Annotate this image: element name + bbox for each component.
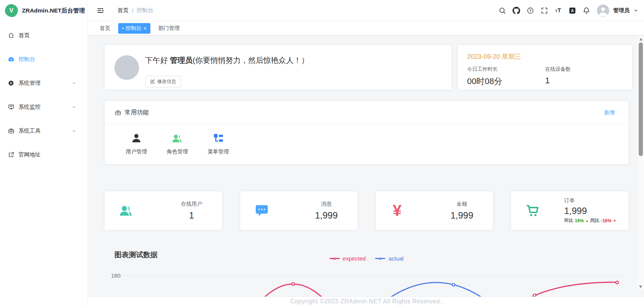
app-title: ZRAdmin.NET后台管理 bbox=[22, 7, 85, 15]
user-menu-toggle[interactable] bbox=[631, 4, 640, 17]
stat-meta: 金额 1,999 bbox=[450, 201, 473, 221]
notification-button[interactable] bbox=[580, 4, 593, 17]
sidebar-item-label: 系统监控 bbox=[19, 103, 41, 111]
github-icon bbox=[513, 7, 520, 14]
chevron-down-icon bbox=[72, 81, 77, 86]
sidebar-item-system-monitor[interactable]: 系统监控 bbox=[0, 95, 88, 119]
stat-value: 1 bbox=[181, 210, 202, 221]
online-devices-block: 在线设备数 1 bbox=[545, 66, 623, 87]
shortcuts-card: 常用功能 新增 用户管理 角色管理 菜单管理 bbox=[104, 101, 629, 164]
chart-legend: expected actual bbox=[330, 255, 404, 262]
fullscreen-button[interactable] bbox=[538, 4, 551, 17]
vertical-scrollbar[interactable] bbox=[638, 36, 644, 290]
shortcut-user-management[interactable]: 用户管理 bbox=[116, 133, 157, 155]
yen-icon: ¥ bbox=[390, 203, 405, 218]
scroll-down-arrow-icon[interactable] bbox=[639, 286, 642, 288]
page-content: 下午好 管理员(你要悄悄努力，然后惊艳众人！） 修改信息 2023-09-20 … bbox=[88, 36, 644, 297]
monitor-icon bbox=[8, 104, 14, 110]
stat-value: 1,999 bbox=[450, 210, 473, 221]
stat-label: 在线用户 bbox=[181, 201, 202, 208]
sidebar-collapse-button[interactable] bbox=[94, 4, 107, 17]
app-root: V ZRAdmin.NET后台管理 首页 控制台 系统管理 系统监控 bbox=[0, 0, 644, 306]
footer: Copyright ©2023 ZRAdmin.NET All Rights R… bbox=[88, 297, 644, 306]
collapse-menu-icon bbox=[97, 7, 104, 14]
yoy-label: 同比 bbox=[590, 217, 599, 224]
sidebar-item-website[interactable]: 官网地址 bbox=[0, 143, 88, 167]
work-duration-block: 今日工作时长 00时08分 bbox=[467, 66, 545, 87]
font-size-button[interactable]: TT bbox=[552, 4, 565, 17]
help-button[interactable]: ? bbox=[524, 4, 537, 17]
tab-close-icon[interactable]: × bbox=[144, 25, 147, 31]
bell-icon bbox=[583, 7, 590, 14]
shortcut-label: 角色管理 bbox=[167, 148, 188, 155]
chart-axis-row: 180 bbox=[104, 272, 629, 279]
home-icon bbox=[8, 32, 14, 39]
language-button[interactable]: A bbox=[566, 4, 579, 17]
greeting-suffix: (你要悄悄努力，然后惊艳众人！） bbox=[193, 56, 309, 64]
shortcut-label: 用户管理 bbox=[126, 148, 147, 155]
shortcuts-body: 用户管理 角色管理 菜单管理 bbox=[105, 125, 628, 155]
y-axis-tick: 180 bbox=[107, 272, 120, 279]
help-icon: ? bbox=[527, 7, 534, 14]
legend-item-expected[interactable]: expected bbox=[330, 255, 366, 262]
breadcrumb-home[interactable]: 首页 bbox=[117, 7, 128, 14]
chart-section: 图表测试数据 expected actual 180 bbox=[104, 250, 629, 279]
stat-card-orders: 订单 1,999 环比 16% ▲ 同比 -16% ▼ bbox=[511, 191, 629, 230]
sidebar-item-dashboard[interactable]: 控制台 bbox=[0, 47, 88, 71]
edit-profile-button[interactable]: 修改信息 bbox=[145, 76, 181, 87]
tab-dashboard[interactable]: ● 控制台 × bbox=[118, 23, 150, 34]
work-duration-label: 今日工作时长 bbox=[467, 66, 545, 73]
users-icon bbox=[172, 133, 183, 144]
today-date: 2023-09-20 星期三 bbox=[467, 52, 623, 61]
shortcuts-title: 常用功能 bbox=[125, 109, 149, 117]
online-devices-value: 1 bbox=[545, 76, 623, 86]
svg-text:?: ? bbox=[529, 8, 531, 12]
legend-label: actual bbox=[388, 255, 403, 262]
stat-value: 1,999 bbox=[315, 210, 338, 221]
navbar-actions: ? TT A 管理员 bbox=[496, 4, 641, 17]
mom-value: 16% bbox=[575, 218, 584, 223]
logo-row[interactable]: V ZRAdmin.NET后台管理 bbox=[0, 0, 88, 21]
scrollbar-thumb[interactable] bbox=[639, 42, 643, 156]
username-label[interactable]: 管理员 bbox=[613, 7, 630, 14]
legend-label: expected bbox=[343, 255, 366, 262]
tab-label: 控制台 bbox=[126, 25, 142, 32]
profile-avatar[interactable] bbox=[114, 55, 139, 80]
breadcrumb-separator: / bbox=[132, 8, 133, 14]
shortcut-menu-management[interactable]: 菜单管理 bbox=[198, 133, 239, 155]
toolbox-icon bbox=[8, 128, 14, 134]
app-logo-icon: V bbox=[5, 4, 18, 17]
legend-marker-expected bbox=[330, 258, 340, 259]
sidebar-item-label: 系统管理 bbox=[19, 80, 41, 87]
sidebar-item-label: 系统工具 bbox=[19, 127, 41, 134]
tab-home[interactable]: 首页 bbox=[97, 23, 113, 34]
work-duration-value: 00时08分 bbox=[467, 76, 545, 87]
search-button[interactable] bbox=[496, 4, 509, 17]
scroll-up-arrow-icon[interactable] bbox=[639, 38, 642, 41]
stat-label: 订单 bbox=[564, 197, 616, 204]
stat-meta: 在线用户 1 bbox=[181, 201, 202, 221]
sidebar-item-home[interactable]: 首页 bbox=[0, 23, 88, 47]
mom-label: 环比 bbox=[564, 217, 573, 224]
svg-text:A: A bbox=[571, 8, 574, 12]
top-navbar: 首页 / 控制台 ? TT bbox=[88, 0, 644, 21]
tab-bar: 首页 ● 控制台 × 部门管理 bbox=[88, 21, 644, 36]
briefcase-icon bbox=[115, 109, 121, 116]
order-trend: 环比 16% ▲ 同比 -16% ▼ bbox=[564, 217, 616, 224]
sidebar-item-system-tools[interactable]: 系统工具 bbox=[0, 119, 88, 143]
user-avatar[interactable] bbox=[597, 5, 609, 17]
shortcut-role-management[interactable]: 角色管理 bbox=[157, 133, 198, 155]
yoy-value: -16% bbox=[601, 218, 611, 223]
breadcrumb-current: 控制台 bbox=[137, 7, 153, 14]
sidebar-item-system-admin[interactable]: 系统管理 bbox=[0, 71, 88, 95]
add-shortcut-link[interactable]: 新增 bbox=[604, 109, 615, 116]
user-icon bbox=[131, 133, 142, 144]
sidebar-item-label: 首页 bbox=[19, 32, 30, 39]
users-icon bbox=[119, 203, 133, 218]
github-button[interactable] bbox=[510, 4, 523, 17]
legend-item-actual[interactable]: actual bbox=[375, 255, 403, 262]
sidebar-item-label: 控制台 bbox=[19, 56, 35, 63]
breadcrumb: 首页 / 控制台 bbox=[117, 7, 153, 14]
tab-departments[interactable]: 部门管理 bbox=[155, 23, 183, 34]
sidebar-item-label: 官网地址 bbox=[19, 151, 41, 158]
